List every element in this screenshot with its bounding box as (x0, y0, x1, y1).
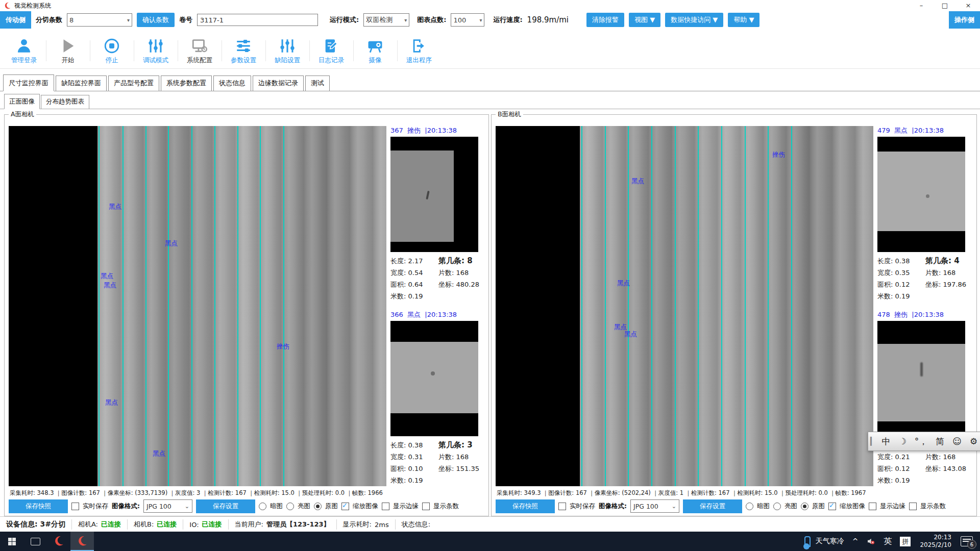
cut-line (698, 126, 699, 486)
parameter-settings-button[interactable]: 参数设置 (222, 34, 265, 68)
image-format-select[interactable]: JPG 100 (630, 499, 679, 513)
io-connection: IO: 已连接 (183, 519, 228, 530)
start-button[interactable]: 开始 (46, 34, 90, 68)
exit-icon (410, 37, 428, 55)
stop-button[interactable]: 停止 (90, 34, 134, 68)
clock[interactable]: 20:13 2025/2/10 (915, 534, 957, 549)
ime-item[interactable]: °， (911, 436, 932, 447)
defect-annotation: 黑点 (624, 330, 637, 339)
defect-card[interactable]: 479 黑点 |20:13:38 长度: 0.38 宽度: 0.35 面积: 0… (877, 126, 972, 302)
realtime-save-checkbox[interactable] (71, 503, 79, 510)
main-tab[interactable]: 测试 (305, 76, 330, 91)
run-mode-select[interactable]: 双面检测 (363, 13, 409, 27)
dark-image-radio[interactable] (746, 503, 753, 510)
sub-tab[interactable]: 分布趋势图表 (41, 95, 89, 109)
running-app-button[interactable] (70, 532, 94, 551)
bright-image-radio[interactable] (773, 503, 781, 510)
original-image-label: 原图 (812, 502, 825, 511)
main-tab[interactable]: 尺寸监控界面 (3, 74, 54, 91)
sliders-vertical-icon (279, 37, 296, 55)
original-image-radio[interactable] (801, 503, 808, 510)
app-shortcut[interactable] (47, 532, 70, 551)
quick-access-menu-button[interactable]: 数据快捷访问 ▼ (665, 13, 723, 27)
defect-card[interactable]: 478 挫伤 |20:13:38 长度: 0.57 宽度: 0.21 面积: 0… (877, 310, 972, 486)
main-tab[interactable]: 边缘数据记录 (253, 76, 304, 91)
bright-image-radio[interactable] (286, 503, 294, 510)
show-edge-checkbox[interactable] (382, 503, 389, 510)
operator-side-button[interactable]: 操作侧 (949, 11, 980, 29)
tray-expand-button[interactable]: ^ (848, 532, 863, 551)
dark-image-label: 暗图 (270, 502, 283, 511)
show-edge-checkbox[interactable] (869, 503, 876, 510)
view-menu-button[interactable]: 视图 ▼ (629, 13, 660, 27)
defect-annotation: 黑点 (631, 177, 644, 186)
start-button[interactable] (0, 532, 23, 551)
weather-widget[interactable]: 天气寒冷 (800, 532, 848, 551)
show-strips-checkbox[interactable] (422, 503, 430, 510)
original-image-radio[interactable] (314, 503, 322, 510)
clear-alarm-button[interactable]: 清除报警 (586, 13, 624, 27)
image-format-select[interactable]: JPG 100 (143, 499, 192, 513)
ime-grip[interactable]: ▎ (870, 437, 876, 446)
defect-card[interactable]: 367 挫伤 |20:13:38 长度: 2.17 宽度: 0.54 面积: 0… (390, 126, 485, 302)
camera-a-defect-cards: 367 挫伤 |20:13:38 长度: 2.17 宽度: 0.54 面积: 0… (390, 126, 485, 494)
camera-a-image[interactable]: 黑点黑点黑点黑点挫伤黑点黑点 (9, 126, 386, 486)
realtime-save-checkbox[interactable] (558, 503, 566, 510)
sub-tab[interactable]: 正面图像 (4, 94, 40, 109)
maximize-button[interactable]: □ (933, 0, 957, 11)
web-material-image (97, 126, 386, 486)
ime-mode-indicator[interactable]: 拼 (896, 532, 915, 551)
roll-no-input[interactable] (197, 14, 318, 26)
camera-button[interactable]: 摄像 (353, 34, 397, 68)
ime-item[interactable]: 简 (932, 436, 948, 447)
save-snapshot-button[interactable]: 保存快照 (9, 499, 68, 513)
close-button[interactable]: × (957, 0, 980, 11)
main-tab[interactable]: 状态信息 (213, 76, 251, 91)
system-config-button[interactable]: 系统配置 (178, 34, 222, 68)
show-edge-label: 显示边缘 (393, 502, 419, 511)
zoom-image-checkbox[interactable] (341, 503, 349, 510)
confirm-strips-button[interactable]: 确认条数 (137, 13, 175, 27)
help-menu-button[interactable]: 帮助 ▼ (728, 13, 760, 27)
realtime-save-label: 实时保存 (570, 502, 595, 511)
chart-points-select[interactable]: 100 (451, 13, 484, 27)
zoom-image-checkbox[interactable] (828, 503, 836, 510)
admin-login-button[interactable]: 管理登录 (2, 34, 46, 68)
cut-line (675, 126, 676, 486)
save-settings-button[interactable]: 保存设置 (196, 499, 255, 513)
log-record-button[interactable]: 日志记录 (309, 34, 353, 68)
camera-b-image[interactable]: 挫伤黑点黑点黑点黑点 (496, 126, 873, 486)
cut-line (168, 126, 169, 486)
run-mode-label: 运行模式: (330, 15, 359, 24)
app-logo-icon (53, 536, 64, 547)
debug-mode-button[interactable]: 调试模式 (134, 34, 178, 68)
show-strips-checkbox[interactable] (909, 503, 917, 510)
defect-annotation: 黑点 (104, 281, 116, 290)
defect-card[interactable]: 366 黑点 |20:13:38 长度: 0.38 宽度: 0.31 面积: 0… (390, 310, 485, 486)
ime-item[interactable]: ☺ (949, 436, 965, 446)
ime-item[interactable]: ⚙ (966, 436, 980, 446)
save-snapshot-button[interactable]: 保存快照 (496, 499, 555, 513)
cut-line (745, 126, 746, 486)
main-tab[interactable]: 系统参数配置 (161, 76, 212, 91)
task-view-button[interactable] (23, 532, 47, 551)
minimize-button[interactable]: – (910, 0, 933, 11)
save-settings-button[interactable]: 保存设置 (683, 499, 742, 513)
ime-item[interactable]: ☽ (895, 436, 910, 446)
ime-language-bar[interactable]: ▎ 中☽°，简☺⚙ (868, 432, 980, 451)
cut-line (122, 126, 124, 486)
show-strips-label: 显示条数 (433, 502, 459, 511)
notification-center-button[interactable]: 6 (957, 532, 980, 551)
ime-item[interactable]: 中 (878, 436, 894, 447)
strip-count-select[interactable]: 8 (67, 13, 132, 27)
monitor-gear-icon (191, 37, 208, 55)
volume-muted-button[interactable] (862, 532, 879, 551)
dark-image-radio[interactable] (259, 503, 266, 510)
main-tab[interactable]: 缺陷监控界面 (56, 76, 107, 91)
drive-side-button[interactable]: 传动侧 (0, 11, 31, 29)
main-toolbar: 传动侧 分切条数 8 确认条数 卷号 运行模式: 双面检测 图表点数: 100 … (0, 11, 980, 29)
exit-program-button[interactable]: 退出程序 (397, 34, 441, 68)
main-tab[interactable]: 产品型号配置 (108, 76, 159, 91)
defect-settings-button[interactable]: 缺陷设置 (265, 34, 309, 68)
language-indicator[interactable]: 英 (879, 532, 896, 551)
